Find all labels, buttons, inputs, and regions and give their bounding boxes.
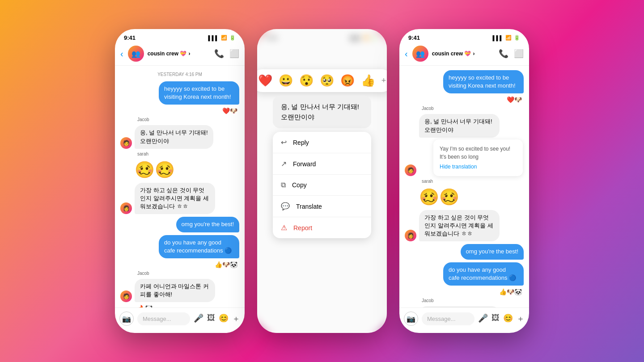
messages-right: heyyyy so excited to be visiting Korea n… xyxy=(399,66,529,307)
avatar-jacob2: 🧑 xyxy=(120,290,132,302)
avatar-sarah: 👩 xyxy=(120,202,132,214)
avatar-jacob: 🧑 xyxy=(120,137,132,149)
battery-icon: 🔋 xyxy=(514,35,520,41)
avatar-right: 👥 xyxy=(412,46,428,62)
bubble-incoming-translated[interactable]: 응, 널 만나서 너무 기대돼!오랜만이야 xyxy=(419,114,500,137)
msg-row: 👩 가장 하고 싶은 것이 무엇인지 알려주시면 계획을 세워보겠습니다 ㅎㅎ xyxy=(405,210,524,242)
bubble-incoming[interactable]: 카페 어니언과 마일스톤 커피를 좋아해! xyxy=(135,279,215,302)
avatar-sarah-r: 👩 xyxy=(405,230,416,241)
sender-label: sarah xyxy=(137,152,239,156)
menu-label-forward: Forward xyxy=(293,160,316,168)
sender-label: Jacob xyxy=(137,271,239,276)
bubble-incoming[interactable]: 응, 널 만나서 너무 기대돼!오랜만이야 xyxy=(135,125,213,148)
menu-item-forward[interactable]: ↗ Forward xyxy=(273,153,371,175)
menu-item-report[interactable]: ⚠ Report xyxy=(273,217,371,238)
msg-row: 🧑 카페 어니언과 마일스톤 커피를 좋아해! xyxy=(120,279,239,302)
mic-icon-right[interactable]: 🎤 xyxy=(478,313,488,324)
bubble-outgoing[interactable]: omg you're the best! xyxy=(461,244,524,259)
menu-label-copy: Copy xyxy=(292,181,307,189)
reaction-row: ❤️🐶 xyxy=(405,96,522,103)
msg-row: 🧑 응, 널 만나서 너무 기대돼!오랜만이야 Yay I'm so excit… xyxy=(405,114,524,176)
react-sad[interactable]: 🥺 xyxy=(320,74,334,88)
reaction-row: 👍🐶🐼 xyxy=(405,288,522,295)
header-icons-left: 📞 ⬜ xyxy=(214,49,239,59)
bubble-outgoing[interactable]: do you have any good cafe recommendation… xyxy=(443,262,524,286)
back-button-right[interactable]: ‹ xyxy=(405,49,408,59)
chevron-right-icon-r: › xyxy=(473,51,475,57)
message-input-right[interactable]: Message... xyxy=(422,312,475,325)
emoji-message: 🥴🥴 xyxy=(135,160,239,179)
bubble-outgoing[interactable]: do you have any good cafe recommendation… xyxy=(159,235,239,258)
chat-title-left[interactable]: cousin crew 💝 › xyxy=(148,51,211,57)
phone-middle: 9:41 ▌▌▌ 📶 🔋 ❤️ 😀 😯 🥺 😡 👍 + 응, 널 만나서 너무 … xyxy=(257,29,387,333)
copy-icon: ⧉ xyxy=(281,181,286,189)
timestamp-left: YESTERDAY 4:16 PM xyxy=(120,72,239,77)
battery-icon: 🔋 xyxy=(229,35,236,41)
message-input-left[interactable]: Message... xyxy=(137,312,190,325)
react-thumbs[interactable]: 👍 xyxy=(361,74,375,88)
phone-icon-right[interactable]: 📞 xyxy=(499,49,508,59)
react-angry[interactable]: 😡 xyxy=(340,74,355,88)
chat-input-bar-left: 📷 Message... 🎤 🖼 😊 ＋ xyxy=(115,307,245,333)
emoji-reaction-bar[interactable]: ❤️ 😀 😯 🥺 😡 👍 + xyxy=(257,69,387,92)
msg-row: do you have any good cafe recommendation… xyxy=(405,262,524,286)
report-icon: ⚠ xyxy=(281,223,287,232)
forward-icon: ↗ xyxy=(281,160,287,168)
sender-label: sarah xyxy=(422,179,524,184)
back-button-left[interactable]: ‹ xyxy=(120,49,123,59)
messages-left: YESTERDAY 4:16 PM heyyyy so excited to b… xyxy=(115,66,245,307)
chat-title-right[interactable]: cousin crew 💝 › xyxy=(432,51,495,57)
react-heart[interactable]: ❤️ xyxy=(258,74,272,88)
hide-translation-link[interactable]: Hide translation xyxy=(440,163,517,171)
menu-label-translate: Translate xyxy=(296,203,322,210)
status-bar-right: 9:41 ▌▌▌ 📶 🔋 xyxy=(399,29,529,43)
header-icons-right: 📞 ⬜ xyxy=(499,49,524,59)
gallery-icon-right[interactable]: 🖼 xyxy=(491,313,500,324)
avatar-jacob-r: 🧑 xyxy=(405,164,416,176)
phone-icon-left[interactable]: 📞 xyxy=(214,49,224,59)
translation-popup: Yay I'm so excited to see you! It's been… xyxy=(433,139,523,176)
video-icon-left[interactable]: ⬜ xyxy=(229,49,239,59)
mic-icon-left[interactable]: 🎤 xyxy=(194,313,203,324)
msg-row: heyyyy so excited to be visiting Korea n… xyxy=(405,70,524,93)
add-icon-right[interactable]: ＋ xyxy=(517,313,525,324)
menu-item-translate[interactable]: 💬 Translate xyxy=(273,196,371,217)
status-icons-left: ▌▌▌ 📶 🔋 xyxy=(208,35,236,41)
context-message-bubble: 응, 널 만나서 너무 기대돼! 오랜만이야 xyxy=(273,96,371,128)
menu-item-copy[interactable]: ⧉ Copy xyxy=(273,175,371,196)
bubble-outgoing[interactable]: omg you're the best! xyxy=(176,217,239,232)
msg-row: heyyyy so excited to be visiting Korea n… xyxy=(120,81,239,105)
react-smile[interactable]: 😀 xyxy=(279,74,293,88)
react-wow[interactable]: 😯 xyxy=(299,74,314,88)
menu-item-reply[interactable]: ↩ Reply xyxy=(273,132,371,153)
translate-icon: 💬 xyxy=(281,202,290,210)
bubble-incoming[interactable]: 가장 하고 싶은 것이 무엇인지 알려주시면 계획을 세워보겠습니다 ㅎㅎ xyxy=(419,210,500,242)
bubble-outgoing[interactable]: heyyyy so excited to be visiting Korea n… xyxy=(443,70,524,93)
reaction-row: ❤️🐶 xyxy=(120,107,237,114)
input-icons-right: 🎤 🖼 😊 ＋ xyxy=(478,313,525,324)
status-icons-right: ▌▌▌ 📶 🔋 xyxy=(493,35,520,41)
time-right: 9:41 xyxy=(408,34,420,41)
emoji-icon-right[interactable]: 😊 xyxy=(503,313,513,324)
msg-row: 🧑 응, 널 만나서 너무 기대돼!오랜만이야 xyxy=(120,125,239,148)
add-icon-left[interactable]: ＋ xyxy=(232,313,240,324)
context-overlay: ❤️ 😀 😯 🥺 😡 👍 + 응, 널 만나서 너무 기대돼! 오랜만이야 ↩ … xyxy=(257,29,387,333)
reply-icon: ↩ xyxy=(281,138,287,147)
bubble-outgoing[interactable]: heyyyy so excited to be visiting Korea n… xyxy=(159,81,239,105)
camera-button-left[interactable]: 📷 xyxy=(119,311,134,326)
msg-row: do you have any good cafe recommendation… xyxy=(120,235,239,258)
menu-label-report: Report xyxy=(293,224,312,232)
wifi-icon: 📶 xyxy=(221,35,227,41)
bubble-incoming[interactable]: 가장 하고 싶은 것이 무엇인지 알려주시면 계획을 세워보겠습니다 ㅎㅎ xyxy=(135,183,215,215)
chat-header-right: ‹ 👥 cousin crew 💝 › 📞 ⬜ xyxy=(399,43,529,66)
react-more[interactable]: + xyxy=(381,76,386,85)
status-bar-left: 9:41 ▌▌▌ 📶 🔋 xyxy=(115,29,245,43)
gallery-icon-left[interactable]: 🖼 xyxy=(207,313,215,324)
camera-button-right[interactable]: 📷 xyxy=(404,311,418,326)
signal-icon: ▌▌▌ xyxy=(493,35,503,41)
emoji-icon-left[interactable]: 😊 xyxy=(219,313,229,324)
chat-input-bar-right: 📷 Message... 🎤 🖼 😊 ＋ xyxy=(399,307,529,333)
menu-label-reply: Reply xyxy=(293,139,309,146)
video-icon-right[interactable]: ⬜ xyxy=(514,49,524,59)
wifi-icon: 📶 xyxy=(505,35,512,41)
